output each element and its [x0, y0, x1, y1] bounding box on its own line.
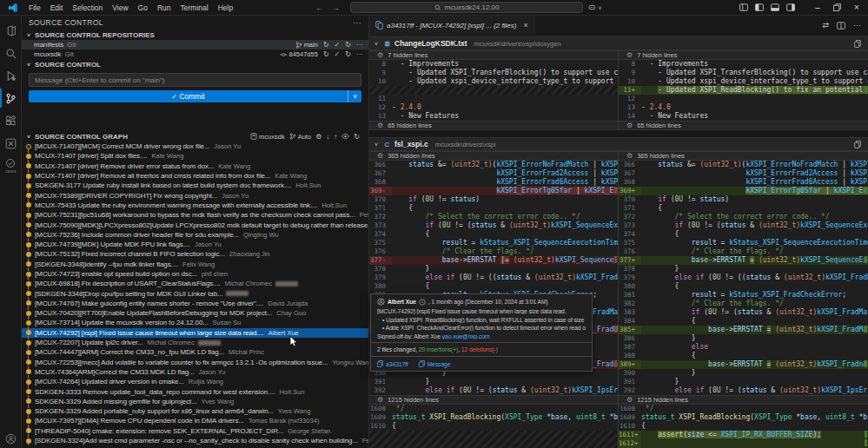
code-row[interactable]: 391 } — [369, 378, 618, 386]
commit-item[interactable]: [MCUX-73714] Update the mcuxsdk version … — [22, 318, 368, 327]
forward-icon[interactable]: → — [331, 3, 340, 12]
file-header-txt[interactable]: ∨≣ChangeLogKSDK.txtmcuxsdk\drivers\xspi\… — [369, 36, 868, 50]
code-row[interactable]: 372 /* Select the correct error code.. *… — [619, 213, 868, 221]
command-center-search[interactable]: mcuxsdk24.12.00 — [350, 2, 583, 13]
commit-item[interactable]: [MCUX-72253][mecc] Add volatile to varia… — [22, 358, 368, 367]
commit-button[interactable]: ✓ Commit ∨ — [29, 90, 361, 102]
commit-message-input[interactable]: Message (Ctrl+Enter to commit on "main") — [29, 73, 361, 87]
hidden-lines-bar[interactable]: ⚙1215 hidden lines — [619, 395, 868, 405]
expand-hidden-icon[interactable]: ⚙ — [377, 396, 383, 404]
code-row[interactable]: 378 } — [369, 265, 618, 273]
code-row[interactable]: 12 — [619, 95, 868, 103]
code-row[interactable]: 374 { — [619, 230, 868, 239]
expand-hidden-icon[interactable]: ⚙ — [626, 122, 633, 129]
code-row[interactable]: 373 if (0U != (status & (uint32_t)kXSPI_… — [369, 221, 618, 230]
code-row[interactable]: 1609status_t XSPI_ReadBlocking(XSPI_Type… — [369, 413, 618, 422]
code-row[interactable]: 389+ base->ERRSTAT = (uint32_t)kXSPI_Fra… — [619, 360, 868, 369]
commit-item[interactable]: MCUX-71407 [driver] Remove driver error … — [22, 161, 368, 171]
source-control-icon[interactable] — [0, 87, 22, 109]
code-row[interactable]: 1608 */ — [619, 405, 868, 413]
toggle-sidebar-icon[interactable] — [755, 3, 764, 11]
hidden-lines-bar[interactable]: ⚙365 hidden lines — [369, 151, 618, 161]
code-row[interactable]: 368 kXSPI_ErrorFrad6Access | kXSPI_Error… — [369, 178, 618, 187]
source-control-section-header[interactable]: ∨ SOURCE CONTROL — [22, 59, 368, 69]
run-debug-icon[interactable] — [0, 64, 22, 87]
commit-item[interactable]: SDKGEN-3333 Remove update_tool_data_repo… — [22, 386, 368, 396]
commit-item[interactable]: [MCUX-75389][DRIVER COPYRIGHT] Fix wrong… — [22, 190, 368, 200]
email-link[interactable]: yao.xue@nxp.com — [442, 333, 490, 339]
code-row[interactable]: 8 - Improvements — [369, 60, 618, 69]
code-row[interactable]: 10 - Updated xspi_device_interface_type_… — [619, 77, 868, 86]
close-button[interactable]: × — [849, 3, 865, 12]
code-row[interactable]: 1611+ assert(size <= XSPI_IP_RX_BUFFER_S… — [619, 431, 868, 439]
commit-item[interactable]: [SDKGEN-3348]Identify --fpu mdk linker f… — [22, 260, 368, 269]
code-row[interactable]: 373 if (0U != (status & (uint32_t)kXSPI_… — [619, 221, 868, 230]
minimize-button[interactable]: – — [810, 3, 825, 12]
copilot-menu[interactable]: ∨ — [588, 3, 601, 11]
code-row[interactable]: 374 { — [369, 230, 618, 239]
code-row[interactable]: 370 if (0U != status) — [369, 195, 618, 204]
expand-hidden-icon[interactable]: ⚙ — [626, 51, 633, 59]
menu-run[interactable]: Run — [153, 2, 176, 14]
code-row[interactable]: 390 } — [619, 369, 868, 378]
code-row[interactable]: 381 result = kStatus_XSPI_FradCheckError… — [619, 291, 868, 300]
expand-hidden-icon[interactable]: ⚙ — [626, 396, 633, 404]
x-extension-icon[interactable] — [0, 132, 22, 155]
code-row[interactable]: 377- base->ERRSTAT |= (uint32_t)kXSPI_Se… — [369, 256, 618, 265]
code-row[interactable]: 377+ base->ERRSTAT = (uint32_t)kXSPI_Seq… — [619, 256, 868, 265]
commit-item[interactable]: [MCUX-71407][MCM] Correct MCM driver wro… — [22, 142, 368, 151]
expand-hidden-icon[interactable]: ⚙ — [377, 51, 383, 59]
code-row[interactable]: 380 { — [619, 282, 868, 291]
code-row[interactable]: 1610{ — [619, 422, 868, 431]
code-row[interactable]: 371 { — [619, 204, 868, 213]
menu-terminal[interactable]: Terminal — [176, 2, 213, 14]
push-icon[interactable]: ↑ — [334, 133, 337, 141]
refresh-icon[interactable]: ↻ — [345, 41, 351, 49]
more-actions-icon[interactable]: ··· — [853, 21, 861, 30]
code-row[interactable]: 370 if (0U != status) — [619, 195, 868, 204]
repo-row-manifests[interactable]: manifestsGitmain↻✓↻··· — [22, 40, 368, 49]
commit-check-icon[interactable]: ✓ — [335, 41, 341, 49]
code-row[interactable]: 13 - New Features — [369, 112, 618, 121]
code-row[interactable]: 372 /* Select the correct error code.. *… — [369, 213, 618, 221]
code-row[interactable]: 1612+ — [619, 439, 868, 448]
fetch-icon[interactable]: ⚙ — [315, 133, 321, 141]
commit-item[interactable]: [MCUX-74292] [xspi] Fixed issue cause ti… — [22, 328, 368, 338]
commit-item[interactable]: SDKGEN-3329 Added portable_ruby support … — [22, 406, 368, 416]
commit-item[interactable]: MCUX-75433 Update the ruby environment w… — [22, 201, 368, 210]
customize-layout-icon[interactable] — [739, 3, 748, 11]
more-actions-icon[interactable]: ··· — [356, 41, 363, 49]
expand-hidden-icon[interactable]: ⚙ — [377, 152, 383, 160]
code-row[interactable]: 14 - New Features — [619, 112, 868, 121]
code-row[interactable]: 367 kXSPI_ErrorFrad2Access | kXSPI_Error… — [369, 169, 618, 178]
extensions-icon[interactable] — [0, 109, 22, 132]
tab-multi-diff[interactable]: a34317ff - [MCUX-74292] [xspi] ... (2 fi… — [369, 16, 535, 35]
commit-item[interactable]: [MCUX-73957][DMA] Remove CPU dependent c… — [22, 416, 368, 425]
repositories-section-header[interactable]: ∨ SOURCE CONTROL REPOSITORIES — [22, 30, 368, 40]
commit-item[interactable]: [MCUX-75090][MDK][LPCXpresso802]Update L… — [22, 220, 368, 229]
eye-icon[interactable] — [341, 133, 349, 140]
commit-item[interactable]: [MCUX-75236] Include common driver heade… — [22, 230, 368, 240]
refresh-icon[interactable]: ↻ — [345, 50, 351, 58]
code-row[interactable]: 385+ base->ERRSTAT = (uint32_t)kXSPI_Fra… — [619, 326, 868, 334]
code-row[interactable]: 1608 */ — [369, 405, 618, 413]
commit-item[interactable]: [MCUX-75231][lpc51u68] workaround to byp… — [22, 210, 368, 220]
code-row[interactable]: 378 } — [619, 265, 868, 273]
more-actions-icon[interactable]: ··· — [356, 50, 363, 58]
code-row[interactable]: 382 /* Clear the flags. */ — [619, 300, 868, 308]
commit-item[interactable]: [MCUX-70420][RT700]Enable UpdateFlashBef… — [22, 308, 368, 318]
code-row[interactable]: 1610{ — [369, 422, 618, 431]
code-row[interactable]: 368 kXSPI_ErrorFrad6Access | kXSPI_Error… — [619, 178, 868, 187]
repo-row-mcuxsdk[interactable]: mcuxsdkGit84547d55↻✓↻··· — [22, 49, 368, 59]
code-row[interactable]: 366 status &= (uint32_t)(kXSPI_ErrorNoFr… — [619, 161, 868, 169]
commit-item[interactable]: [THREADIP-5040] cmake: extension: remove… — [22, 426, 368, 436]
commit-item[interactable]: [MCUX-74264] Updated driver version in c… — [22, 377, 368, 386]
graph-repo-picker[interactable]: mcuxsdk — [250, 133, 285, 141]
menu-edit[interactable]: Edit — [46, 2, 68, 14]
commit-dropdown[interactable]: ∨ — [348, 90, 361, 102]
code-row[interactable]: 387 else — [619, 343, 868, 352]
commit-item[interactable]: SDKGEN-3177 Update ruby install link bas… — [22, 181, 368, 190]
commit-item[interactable]: [MCUX-75132] Fixed incorrect channel B F… — [22, 249, 368, 259]
code-row[interactable]: 391 } — [619, 378, 868, 386]
hidden-lines-bar[interactable]: ⚙365 hidden lines — [619, 151, 868, 161]
